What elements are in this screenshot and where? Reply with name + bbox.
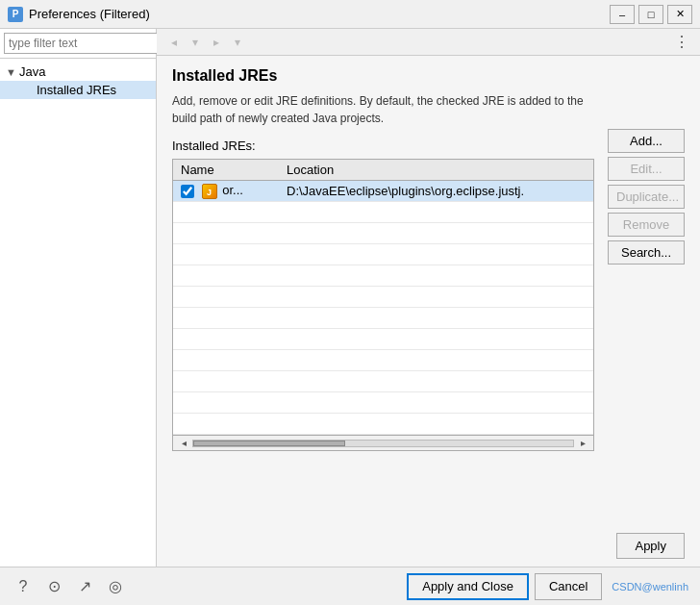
app-icon: P — [8, 7, 23, 22]
search-button[interactable]: Search... — [608, 240, 685, 265]
filter-input[interactable] — [4, 33, 158, 54]
child-expand-icon — [23, 85, 37, 96]
nav-menu-button[interactable]: ⋮ — [671, 33, 692, 52]
sidebar-item-installed-jres-label: Installed JREs — [37, 83, 116, 97]
jre-table: Name Location J or... D — [173, 160, 593, 435]
bottom-bar: ? ⊙ ↗ ◎ Apply and Close Cancel CSDN@wenl… — [0, 567, 700, 605]
table-row — [173, 308, 593, 329]
nav-forward-dropdown-button[interactable]: ▾ — [228, 33, 247, 52]
content-relative: Installed JREs Add, remove or edit JRE d… — [157, 56, 700, 567]
add-button[interactable]: Add... — [608, 129, 685, 153]
titlebar: P Preferences (Filtered) – □ ✕ — [0, 0, 700, 29]
section-label: Installed JREs: — [172, 139, 594, 153]
table-row — [173, 202, 593, 223]
right-action-buttons: Add... Edit... Duplicate... Remove Searc… — [608, 129, 685, 265]
table-row — [173, 244, 593, 265]
close-button[interactable]: ✕ — [667, 5, 692, 24]
watermark: CSDN@wenlinh — [612, 581, 688, 592]
expand-icon: ▼ — [6, 66, 19, 78]
table-cell-location: D:\JavaEE\eclipse\plugins\org.eclipse.ju… — [279, 181, 593, 202]
edit-button[interactable]: Edit... — [608, 157, 685, 181]
nav-back-button[interactable]: ◂ — [164, 33, 184, 52]
main-container: ✕ ▼ Java Installed JREs ◂ ▾ ▸ ▾ ⋮ — [0, 29, 700, 567]
nav-arrows: ◂ ▾ ▸ ▾ — [164, 33, 247, 52]
nav-dropdown-button[interactable]: ▾ — [186, 33, 205, 52]
jre-name: or... — [222, 183, 243, 197]
page-title: Installed JREs — [172, 67, 594, 85]
table-row — [173, 287, 593, 308]
col-header-name: Name — [173, 160, 279, 181]
apply-button[interactable]: Apply — [616, 533, 685, 559]
help-icon-button[interactable]: ? — [12, 575, 35, 598]
sidebar-item-java[interactable]: ▼ Java — [0, 63, 156, 81]
table-row — [173, 350, 593, 371]
tree: ▼ Java Installed JREs — [0, 59, 156, 567]
sidebar-item-java-label: Java — [19, 64, 45, 79]
apply-and-close-button[interactable]: Apply and Close — [407, 573, 529, 600]
scroll-right-arrow[interactable]: ▸ — [576, 438, 589, 448]
table-scrollbar[interactable]: ◂ ▸ — [173, 435, 593, 450]
table-row — [173, 223, 593, 244]
remove-button[interactable]: Remove — [608, 213, 685, 237]
minimize-button[interactable]: – — [610, 5, 635, 24]
table-row — [173, 392, 593, 414]
nav-forward-button[interactable]: ▸ — [207, 33, 226, 52]
table-row — [173, 414, 593, 435]
table-row[interactable]: J or... D:\JavaEE\eclipse\plugins\org.ec… — [173, 181, 593, 202]
titlebar-title: Preferences (Filtered) — [29, 7, 150, 21]
table-row — [173, 265, 593, 287]
page-description: Add, remove or edit JRE definitions. By … — [172, 92, 594, 127]
export-icon-button[interactable]: ↗ — [73, 575, 96, 598]
sidebar-item-installed-jres[interactable]: Installed JREs — [0, 81, 156, 99]
content-area: ◂ ▾ ▸ ▾ ⋮ Installed JREs Add, remove or … — [157, 29, 700, 567]
table-row — [173, 371, 593, 392]
maximize-button[interactable]: □ — [638, 5, 663, 24]
col-header-location: Location — [279, 160, 593, 181]
jre-checkbox[interactable] — [181, 185, 194, 198]
bottom-right: Apply and Close Cancel CSDN@wenlinh — [407, 573, 688, 600]
jre-icon: J — [202, 184, 217, 199]
duplicate-button[interactable]: Duplicate... — [608, 185, 685, 209]
titlebar-controls: – □ ✕ — [610, 5, 692, 24]
sidebar: ✕ ▼ Java Installed JREs — [0, 29, 157, 567]
bottom-left: ? ⊙ ↗ ◎ — [12, 575, 127, 598]
scroll-thumb — [193, 441, 345, 446]
settings-icon-button[interactable]: ◎ — [104, 575, 127, 598]
jre-table-wrapper: Name Location J or... D — [172, 159, 594, 451]
table-cell-name: J or... — [173, 181, 279, 202]
cancel-button[interactable]: Cancel — [535, 573, 602, 600]
titlebar-left: P Preferences (Filtered) — [8, 7, 150, 22]
filter-row: ✕ — [0, 29, 156, 59]
restore-icon-button[interactable]: ⊙ — [42, 575, 65, 598]
scroll-left-arrow[interactable]: ◂ — [177, 438, 190, 448]
scroll-track[interactable] — [192, 440, 574, 447]
table-row — [173, 329, 593, 350]
content-nav: ◂ ▾ ▸ ▾ ⋮ — [157, 29, 700, 56]
